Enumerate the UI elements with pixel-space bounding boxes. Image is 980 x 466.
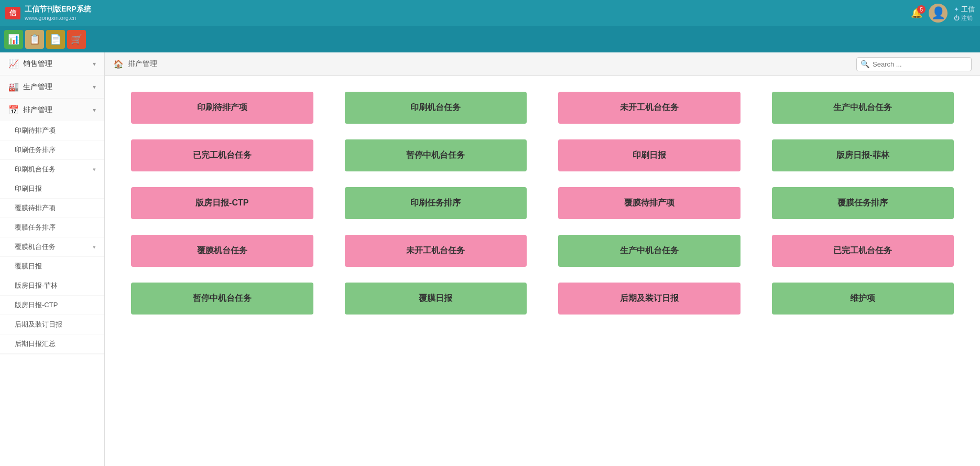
sidebar-item-10[interactable]: 后期及装订日报	[0, 315, 104, 334]
sidebar-sales-label: 销售管理	[23, 59, 89, 69]
top-header: 信 工信节刊版ERP系统 www.gongxin.org.cn 🔔 5 👤 ✦ …	[0, 0, 980, 26]
sidebar-item-11[interactable]: 后期日报汇总	[0, 334, 104, 354]
sidebar-item-6[interactable]: 覆膜机台任务▾	[0, 237, 104, 257]
sidebar-items: 印刷待排产项印刷任务排序印刷机台任务▾印刷日报覆膜待排产项覆膜任务排序覆膜机台任…	[0, 121, 104, 354]
sidebar-group-sales: 📈 销售管理 ▾	[0, 52, 104, 75]
nav-cart-button[interactable]: 🛒	[67, 30, 86, 49]
sidebar-item-label-10: 后期及装订日报	[15, 320, 62, 329]
sidebar-item-7[interactable]: 覆膜日报	[0, 257, 104, 276]
sidebar-item-label-2: 印刷机台任务	[15, 165, 56, 174]
logo-text: 工信节刊版ERP系统 www.gongxin.org.cn	[25, 4, 91, 23]
second-nav: 📊 📋 📄 🛒	[0, 26, 980, 52]
sidebar-group-scheduling-header[interactable]: 📅 排产管理 ▾	[0, 99, 104, 121]
nav-chart-button[interactable]: 📊	[4, 30, 23, 49]
sidebar-item-label-0: 印刷待排产项	[15, 126, 56, 135]
sidebar-item-label-11: 后期日报汇总	[15, 339, 56, 349]
scheduling-chevron-icon: ▾	[93, 106, 96, 114]
sidebar-item-label-7: 覆膜日报	[15, 262, 42, 271]
card-button-9[interactable]: 印刷任务排序	[345, 187, 527, 219]
sidebar-item-9[interactable]: 版房日报-CTP	[0, 296, 104, 315]
search-area: 🔍	[856, 57, 972, 71]
site-title: 工信节刊版ERP系统	[25, 4, 91, 15]
nav-list-button[interactable]: 📄	[46, 30, 65, 49]
home-icon: 🏠	[113, 59, 124, 69]
sidebar-item-3[interactable]: 印刷日报	[0, 179, 104, 199]
breadcrumb: 排产管理	[128, 59, 157, 69]
logout-button[interactable]: ⏻ 注销	[954, 14, 973, 22]
sidebar-item-2[interactable]: 印刷机台任务▾	[0, 160, 104, 179]
search-input[interactable]	[856, 57, 972, 71]
sidebar-item-label-1: 印刷任务排序	[15, 145, 56, 155]
sidebar-item-0[interactable]: 印刷待排产项	[0, 121, 104, 140]
sidebar-group-production: 🏭 生产管理 ▾	[0, 75, 104, 99]
sidebar-item-label-6: 覆膜机台任务	[15, 242, 56, 252]
main-topbar: 🏠 排产管理 🔍	[105, 52, 980, 76]
card-button-19[interactable]: 维护项	[772, 283, 954, 315]
card-button-17[interactable]: 覆膜日报	[345, 283, 527, 315]
card-button-1[interactable]: 印刷机台任务	[345, 92, 527, 124]
card-button-4[interactable]: 已完工机台任务	[131, 139, 313, 171]
scheduling-icon: 📅	[8, 105, 19, 115]
sidebar-item-label-9: 版房日报-CTP	[15, 300, 58, 310]
sidebar-scheduling-label: 排产管理	[23, 105, 89, 115]
sidebar-group-scheduling: 📅 排产管理 ▾ 印刷待排产项印刷任务排序印刷机台任务▾印刷日报覆膜待排产项覆膜…	[0, 99, 104, 354]
sidebar-group-sales-header[interactable]: 📈 销售管理 ▾	[0, 52, 104, 75]
sidebar-item-4[interactable]: 覆膜待排产项	[0, 199, 104, 218]
sidebar-group-production-header[interactable]: 🏭 生产管理 ▾	[0, 75, 104, 98]
search-wrapper: 🔍	[856, 57, 972, 71]
logo-area: 信 工信节刊版ERP系统 www.gongxin.org.cn	[5, 4, 91, 23]
card-button-2[interactable]: 未开工机台任务	[558, 92, 741, 124]
sub-chevron-icon-2: ▾	[93, 166, 96, 173]
sidebar-item-label-3: 印刷日报	[15, 184, 42, 193]
notification-badge: 5	[917, 5, 925, 14]
card-button-8[interactable]: 版房日报-CTP	[131, 187, 313, 219]
main-content: 🏠 排产管理 🔍 印刷待排产项印刷机台任务未开工机台任务生产中机台任务已完工机台…	[105, 52, 980, 466]
card-button-12[interactable]: 覆膜机台任务	[131, 235, 313, 267]
sidebar-item-8[interactable]: 版房日报-菲林	[0, 276, 104, 296]
sidebar-item-label-8: 版房日报-菲林	[15, 281, 58, 290]
sub-chevron-icon-6: ▾	[93, 244, 96, 251]
card-button-5[interactable]: 暂停中机台任务	[345, 139, 527, 171]
card-button-15[interactable]: 已完工机台任务	[772, 235, 954, 267]
sales-chevron-icon: ▾	[93, 60, 96, 68]
user-name: ✦ 工信	[954, 5, 975, 14]
nav-doc-button[interactable]: 📋	[25, 30, 44, 49]
sidebar-item-5[interactable]: 覆膜任务排序	[0, 218, 104, 237]
card-button-6[interactable]: 印刷日报	[558, 139, 741, 171]
production-icon: 🏭	[8, 82, 19, 92]
avatar: 👤	[929, 4, 948, 23]
sidebar-item-label-5: 覆膜任务排序	[15, 223, 56, 232]
user-info: ✦ 工信 ⏻ 注销	[954, 5, 975, 22]
sidebar: 📈 销售管理 ▾ 🏭 生产管理 ▾ 📅 排产管理 ▾ 印刷待排产项印刷任务排序印…	[0, 52, 105, 466]
sidebar-item-1[interactable]: 印刷任务排序	[0, 140, 104, 160]
site-url: www.gongxin.org.cn	[25, 14, 91, 22]
search-icon: 🔍	[861, 60, 869, 68]
card-button-11[interactable]: 覆膜任务排序	[772, 187, 954, 219]
card-button-10[interactable]: 覆膜待排产项	[558, 187, 741, 219]
sales-icon: 📈	[8, 59, 19, 69]
card-button-7[interactable]: 版房日报-菲林	[772, 139, 954, 171]
layout: 📈 销售管理 ▾ 🏭 生产管理 ▾ 📅 排产管理 ▾ 印刷待排产项印刷任务排序印…	[0, 52, 980, 466]
card-button-18[interactable]: 后期及装订日报	[558, 283, 741, 315]
sidebar-item-label-4: 覆膜待排产项	[15, 203, 56, 213]
card-button-3[interactable]: 生产中机台任务	[772, 92, 954, 124]
card-grid: 印刷待排产项印刷机台任务未开工机台任务生产中机台任务已完工机台任务暂停中机台任务…	[131, 92, 954, 315]
logo-char: 信	[5, 7, 20, 20]
card-button-16[interactable]: 暂停中机台任务	[131, 283, 313, 315]
notification-button[interactable]: 🔔 5	[911, 7, 922, 19]
sidebar-production-label: 生产管理	[23, 82, 89, 92]
main-body: 印刷待排产项印刷机台任务未开工机台任务生产中机台任务已完工机台任务暂停中机台任务…	[105, 76, 980, 466]
card-button-0[interactable]: 印刷待排产项	[131, 92, 313, 124]
card-button-14[interactable]: 生产中机台任务	[558, 235, 741, 267]
card-button-13[interactable]: 未开工机台任务	[345, 235, 527, 267]
production-chevron-icon: ▾	[93, 83, 96, 91]
header-right: 🔔 5 👤 ✦ 工信 ⏻ 注销	[911, 4, 975, 23]
